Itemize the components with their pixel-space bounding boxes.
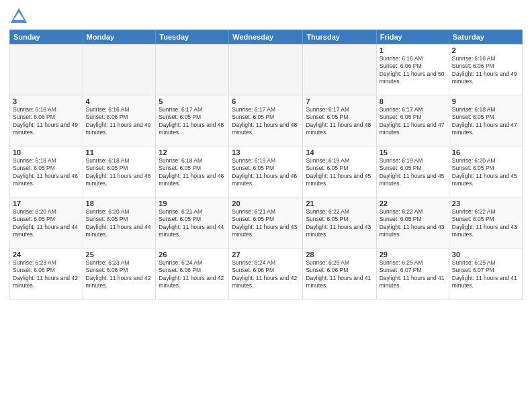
day-number: 9 <box>452 97 519 105</box>
day-number: 30 <box>452 250 519 259</box>
day-header-saturday: Saturday <box>449 30 522 44</box>
day-info: Sunrise: 6:18 AMSunset: 6:05 PMDaylight:… <box>159 157 226 188</box>
day-info: Sunrise: 6:18 AMSunset: 6:05 PMDaylight:… <box>86 157 153 188</box>
day-info: Sunrise: 6:16 AMSunset: 6:06 PMDaylight:… <box>86 106 153 137</box>
day-info: Sunrise: 6:19 AMSunset: 6:05 PMDaylight:… <box>380 157 446 188</box>
calendar-header-row: SundayMondayTuesdayWednesdayThursdayFrid… <box>10 30 523 44</box>
day-info: Sunrise: 6:18 AMSunset: 6:05 PMDaylight:… <box>452 106 519 137</box>
header <box>9 7 523 26</box>
day-number: 6 <box>232 97 300 105</box>
page: SundayMondayTuesdayWednesdayThursdayFrid… <box>0 0 532 411</box>
calendar-cell: 25Sunrise: 6:23 AMSunset: 6:06 PMDayligh… <box>83 248 156 300</box>
calendar-cell: 26Sunrise: 6:24 AMSunset: 6:06 PMDayligh… <box>156 248 229 300</box>
calendar-cell: 17Sunrise: 6:20 AMSunset: 6:05 PMDayligh… <box>10 197 83 248</box>
day-number: 21 <box>306 199 373 208</box>
day-info: Sunrise: 6:25 AMSunset: 6:07 PMDaylight:… <box>380 259 446 290</box>
calendar-week-3: 10Sunrise: 6:18 AMSunset: 6:05 PMDayligh… <box>10 146 523 197</box>
day-number: 25 <box>86 250 153 259</box>
day-info: Sunrise: 6:16 AMSunset: 6:06 PMDaylight:… <box>13 106 80 137</box>
day-number: 7 <box>306 97 373 105</box>
day-header-sunday: Sunday <box>10 30 83 44</box>
calendar-cell: 4Sunrise: 6:16 AMSunset: 6:06 PMDaylight… <box>83 95 156 146</box>
day-number: 3 <box>13 97 80 105</box>
calendar-cell <box>83 44 156 95</box>
calendar-cell: 16Sunrise: 6:20 AMSunset: 6:05 PMDayligh… <box>449 146 522 197</box>
calendar-cell: 13Sunrise: 6:19 AMSunset: 6:05 PMDayligh… <box>229 146 303 197</box>
day-number: 12 <box>159 148 226 156</box>
day-number: 29 <box>380 250 446 259</box>
day-number: 15 <box>380 148 446 156</box>
calendar-table: SundayMondayTuesdayWednesdayThursdayFrid… <box>9 30 523 300</box>
day-number: 17 <box>13 199 80 208</box>
calendar-cell: 19Sunrise: 6:21 AMSunset: 6:05 PMDayligh… <box>156 197 229 248</box>
day-number: 18 <box>86 199 153 208</box>
calendar-cell: 24Sunrise: 6:23 AMSunset: 6:06 PMDayligh… <box>10 248 83 300</box>
calendar-cell: 1Sunrise: 6:16 AMSunset: 6:06 PMDaylight… <box>376 44 449 95</box>
day-number: 24 <box>13 250 80 259</box>
day-info: Sunrise: 6:17 AMSunset: 6:05 PMDaylight:… <box>380 106 446 137</box>
calendar-cell: 29Sunrise: 6:25 AMSunset: 6:07 PMDayligh… <box>376 248 449 300</box>
calendar-cell: 5Sunrise: 6:17 AMSunset: 6:05 PMDaylight… <box>156 95 229 146</box>
day-info: Sunrise: 6:21 AMSunset: 6:05 PMDaylight:… <box>232 208 300 239</box>
calendar-cell: 2Sunrise: 6:16 AMSunset: 6:06 PMDaylight… <box>449 44 522 95</box>
calendar-cell <box>229 44 303 95</box>
calendar-cell: 20Sunrise: 6:21 AMSunset: 6:05 PMDayligh… <box>229 197 303 248</box>
day-number: 23 <box>452 199 519 208</box>
calendar-cell: 28Sunrise: 6:25 AMSunset: 6:06 PMDayligh… <box>303 248 376 300</box>
day-number: 5 <box>159 97 226 105</box>
day-header-tuesday: Tuesday <box>156 30 229 44</box>
day-info: Sunrise: 6:23 AMSunset: 6:06 PMDaylight:… <box>13 259 80 290</box>
day-info: Sunrise: 6:22 AMSunset: 6:05 PMDaylight:… <box>380 208 446 239</box>
calendar-week-5: 24Sunrise: 6:23 AMSunset: 6:06 PMDayligh… <box>10 248 523 300</box>
day-info: Sunrise: 6:24 AMSunset: 6:06 PMDaylight:… <box>232 259 300 290</box>
day-number: 20 <box>232 199 300 208</box>
day-number: 2 <box>452 46 519 54</box>
calendar-cell: 8Sunrise: 6:17 AMSunset: 6:05 PMDaylight… <box>376 95 449 146</box>
day-number: 13 <box>232 148 300 156</box>
day-info: Sunrise: 6:17 AMSunset: 6:05 PMDaylight:… <box>232 106 300 137</box>
calendar-cell: 12Sunrise: 6:18 AMSunset: 6:05 PMDayligh… <box>156 146 229 197</box>
day-info: Sunrise: 6:19 AMSunset: 6:05 PMDaylight:… <box>306 157 373 188</box>
calendar-week-2: 3Sunrise: 6:16 AMSunset: 6:06 PMDaylight… <box>10 95 523 146</box>
day-info: Sunrise: 6:25 AMSunset: 6:06 PMDaylight:… <box>306 259 373 290</box>
calendar-cell: 7Sunrise: 6:17 AMSunset: 6:05 PMDaylight… <box>303 95 376 146</box>
calendar-cell: 27Sunrise: 6:24 AMSunset: 6:06 PMDayligh… <box>229 248 303 300</box>
calendar-cell: 14Sunrise: 6:19 AMSunset: 6:05 PMDayligh… <box>303 146 376 197</box>
day-number: 14 <box>306 148 373 156</box>
logo <box>9 7 31 26</box>
day-header-monday: Monday <box>83 30 156 44</box>
calendar-cell: 3Sunrise: 6:16 AMSunset: 6:06 PMDaylight… <box>10 95 83 146</box>
calendar-cell: 6Sunrise: 6:17 AMSunset: 6:05 PMDaylight… <box>229 95 303 146</box>
day-number: 10 <box>13 148 80 156</box>
day-info: Sunrise: 6:18 AMSunset: 6:05 PMDaylight:… <box>13 157 80 188</box>
day-number: 19 <box>159 199 226 208</box>
day-info: Sunrise: 6:17 AMSunset: 6:05 PMDaylight:… <box>306 106 373 137</box>
day-number: 11 <box>86 148 153 156</box>
day-info: Sunrise: 6:22 AMSunset: 6:05 PMDaylight:… <box>306 208 373 239</box>
day-number: 27 <box>232 250 300 259</box>
day-number: 8 <box>380 97 446 105</box>
day-info: Sunrise: 6:25 AMSunset: 6:07 PMDaylight:… <box>452 259 519 290</box>
day-number: 26 <box>159 250 226 259</box>
day-info: Sunrise: 6:22 AMSunset: 6:05 PMDaylight:… <box>452 208 519 239</box>
day-info: Sunrise: 6:19 AMSunset: 6:05 PMDaylight:… <box>232 157 300 188</box>
calendar-cell: 10Sunrise: 6:18 AMSunset: 6:05 PMDayligh… <box>10 146 83 197</box>
logo-icon <box>9 7 28 26</box>
calendar-week-4: 17Sunrise: 6:20 AMSunset: 6:05 PMDayligh… <box>10 197 523 248</box>
day-info: Sunrise: 6:20 AMSunset: 6:05 PMDaylight:… <box>13 208 80 239</box>
day-info: Sunrise: 6:20 AMSunset: 6:05 PMDaylight:… <box>452 157 519 188</box>
day-info: Sunrise: 6:16 AMSunset: 6:06 PMDaylight:… <box>380 55 446 86</box>
day-number: 16 <box>452 148 519 156</box>
calendar-cell <box>303 44 376 95</box>
day-header-friday: Friday <box>376 30 449 44</box>
day-header-wednesday: Wednesday <box>229 30 303 44</box>
calendar-cell: 11Sunrise: 6:18 AMSunset: 6:05 PMDayligh… <box>83 146 156 197</box>
calendar-cell: 21Sunrise: 6:22 AMSunset: 6:05 PMDayligh… <box>303 197 376 248</box>
day-info: Sunrise: 6:20 AMSunset: 6:05 PMDaylight:… <box>86 208 153 239</box>
calendar-week-1: 1Sunrise: 6:16 AMSunset: 6:06 PMDaylight… <box>10 44 523 95</box>
day-number: 28 <box>306 250 373 259</box>
calendar-cell <box>156 44 229 95</box>
calendar-cell: 9Sunrise: 6:18 AMSunset: 6:05 PMDaylight… <box>449 95 522 146</box>
day-info: Sunrise: 6:16 AMSunset: 6:06 PMDaylight:… <box>452 55 519 86</box>
day-info: Sunrise: 6:17 AMSunset: 6:05 PMDaylight:… <box>159 106 226 137</box>
